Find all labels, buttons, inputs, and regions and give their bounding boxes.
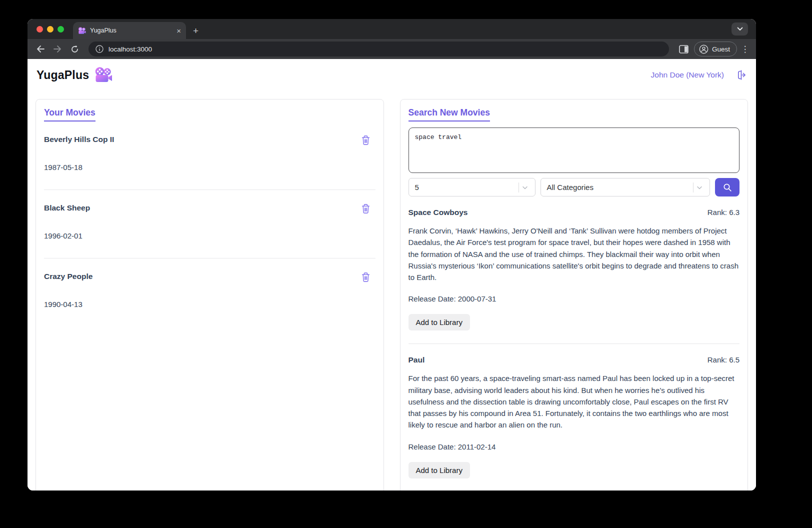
movie-row: Black Sheep 1996-02-01 — [44, 190, 376, 258]
user-name: John Doe (New York) — [651, 70, 724, 80]
page-content: YugaPlus — [28, 59, 756, 490]
reload-button[interactable] — [68, 42, 82, 56]
category-value: All Categories — [547, 183, 594, 192]
result-title: Paul — [408, 356, 425, 364]
trash-icon — [361, 204, 370, 214]
browser-toolbar: localhost:3000 Guest ⋮ — [28, 39, 756, 59]
brand-name: YugaPlus — [36, 68, 89, 82]
forward-button[interactable] — [50, 42, 64, 56]
tab-close-icon[interactable]: × — [176, 27, 181, 34]
trash-icon — [361, 135, 370, 146]
your-movies-card: Your Movies Beverly Hills Cop II — [36, 99, 384, 490]
chevron-down-icon — [737, 27, 743, 31]
side-panel-button[interactable] — [677, 42, 691, 56]
movie-title: Beverly Hills Cop II — [44, 135, 114, 144]
delete-movie-button[interactable] — [361, 204, 370, 216]
avatar-icon — [699, 44, 708, 54]
search-controls: 5 All Categories — [408, 178, 740, 196]
category-select[interactable]: All Categories — [540, 178, 710, 196]
address-bar[interactable]: localhost:3000 — [88, 42, 669, 56]
chevron-down-icon — [694, 182, 706, 194]
tab-strip: YugaPlus × + — [28, 19, 756, 39]
site-info-icon[interactable] — [96, 45, 104, 53]
minimize-window-button[interactable] — [47, 26, 54, 32]
search-icon — [722, 182, 732, 192]
back-button[interactable] — [34, 42, 48, 56]
browser-window: YugaPlus × + localhost:3000 — [28, 19, 756, 490]
movie-row: Crazy People 1990-04-13 — [44, 258, 376, 326]
result-description: For the past 60 years, a space-traveling… — [408, 372, 740, 430]
traffic-lights — [28, 19, 73, 39]
movie-title: Black Sheep — [44, 204, 90, 212]
result-title: Space Cowboys — [408, 208, 468, 217]
app-header: YugaPlus — [36, 59, 748, 91]
delete-movie-button[interactable] — [361, 135, 370, 148]
your-movies-title: Your Movies — [44, 108, 96, 122]
result-limit-value: 5 — [415, 183, 419, 192]
search-button[interactable] — [715, 178, 740, 196]
close-window-button[interactable] — [36, 26, 43, 32]
chevron-down-icon — [519, 182, 531, 194]
cards-row: Your Movies Beverly Hills Cop II — [36, 91, 748, 490]
movie-title: Crazy People — [44, 272, 92, 281]
new-tab-button[interactable]: + — [193, 26, 198, 36]
result-rank: Rank: 6.5 — [708, 356, 740, 364]
result-release-date: Release Date: 2011-02-14 — [408, 442, 740, 451]
search-result: Space Cowboys Rank: 6.3 Frank Corvin, ‘H… — [408, 196, 740, 344]
movie-row: Beverly Hills Cop II 1987-05-18 — [44, 122, 376, 190]
movie-release-date: 1990-04-13 — [44, 300, 376, 308]
tab-title: YugaPlus — [90, 27, 172, 34]
search-card: Search New Movies space travel 5 All Cat… — [400, 99, 748, 490]
movie-release-date: 1987-05-18 — [44, 163, 376, 172]
search-result: Paul Rank: 6.5 For the past 60 years, a … — [408, 344, 740, 490]
trash-icon — [361, 272, 370, 282]
add-to-library-button[interactable]: Add to Library — [408, 462, 470, 478]
url-text: localhost:3000 — [108, 46, 152, 53]
search-query-input[interactable]: space travel — [408, 128, 740, 173]
movie-release-date: 1996-02-01 — [44, 232, 376, 240]
result-release-date: Release Date: 2000-07-31 — [408, 294, 740, 303]
tab-yugaplus[interactable]: YugaPlus × — [73, 22, 186, 39]
result-description: Frank Corvin, ‘Hawk’ Hawkins, Jerry O'Ne… — [408, 225, 740, 283]
user-box: John Doe (New York) — [651, 70, 747, 80]
tab-search-button[interactable] — [732, 22, 748, 36]
result-rank: Rank: 6.3 — [708, 208, 740, 216]
profile-label: Guest — [712, 46, 730, 53]
profile-button[interactable]: Guest — [694, 42, 737, 56]
movie-camera-icon — [94, 67, 112, 83]
search-title: Search New Movies — [408, 108, 490, 122]
delete-movie-button[interactable] — [361, 272, 370, 284]
brand: YugaPlus — [36, 67, 112, 83]
add-to-library-button[interactable]: Add to Library — [408, 314, 470, 330]
favicon-movie-camera-icon — [78, 27, 86, 34]
result-limit-select[interactable]: 5 — [408, 178, 536, 196]
logout-icon[interactable] — [736, 70, 747, 80]
zoom-window-button[interactable] — [58, 26, 64, 32]
browser-menu-button[interactable]: ⋮ — [740, 44, 750, 54]
